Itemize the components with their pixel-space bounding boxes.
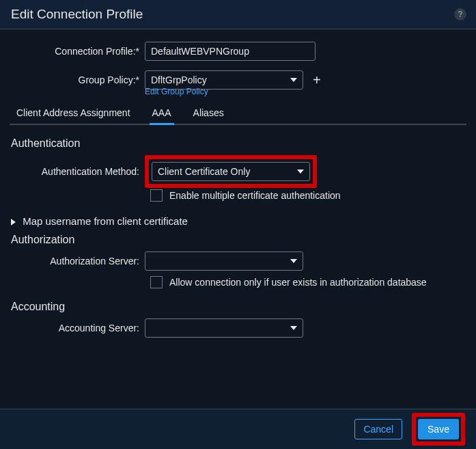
tab-client-address-assignment[interactable]: Client Address Assignment bbox=[16, 103, 130, 124]
tab-aliases[interactable]: Aliases bbox=[193, 103, 224, 124]
connection-profile-input[interactable] bbox=[145, 42, 316, 61]
auth-method-value: Client Certificate Only bbox=[158, 166, 250, 177]
cancel-button[interactable]: Cancel bbox=[354, 419, 402, 439]
label-accounting-server: Accounting Server: bbox=[10, 323, 145, 334]
accounting-server-select[interactable] bbox=[145, 318, 303, 338]
authentication-title: Authentication bbox=[11, 137, 466, 150]
chevron-down-icon bbox=[290, 326, 297, 330]
row-accounting-server: Accounting Server: bbox=[10, 318, 466, 338]
label-auth-method: Authentication Method: bbox=[10, 166, 145, 177]
row-connection-profile: Connection Profile:* bbox=[10, 42, 466, 61]
allow-only-if-exists-checkbox[interactable] bbox=[150, 276, 163, 288]
save-button[interactable]: Save bbox=[418, 419, 459, 439]
map-username-toggle[interactable]: Map username from client certificate bbox=[11, 215, 466, 227]
dialog-footer: Cancel Save bbox=[0, 409, 476, 449]
label-connection-profile: Connection Profile:* bbox=[10, 46, 145, 57]
help-icon[interactable]: ? bbox=[454, 8, 466, 21]
authorization-server-select[interactable] bbox=[145, 251, 303, 271]
map-username-label: Map username from client certificate bbox=[23, 215, 188, 227]
dialog-body: Connection Profile:* Group Policy:* Dflt… bbox=[0, 29, 476, 338]
tab-aaa[interactable]: AAA bbox=[152, 103, 171, 124]
chevron-down-icon bbox=[297, 169, 304, 174]
label-group-policy: Group Policy:* bbox=[10, 74, 145, 85]
chevron-down-icon bbox=[290, 259, 297, 263]
auth-method-select[interactable]: Client Certificate Only bbox=[152, 162, 310, 181]
edit-group-policy-link[interactable]: Edit Group Policy bbox=[145, 87, 466, 96]
save-button-highlight: Save bbox=[412, 413, 465, 446]
row-auth-method: Authentication Method: Client Certificat… bbox=[10, 155, 466, 188]
tab-bar: Client Address Assignment AAA Aliases bbox=[10, 103, 466, 125]
authorization-title: Authorization bbox=[11, 234, 466, 246]
label-authorization-server: Authorization Server: bbox=[10, 256, 145, 267]
row-enable-multi-cert: Enable multiple certificate authenticati… bbox=[150, 189, 466, 202]
enable-multi-cert-label: Enable multiple certificate authenticati… bbox=[169, 190, 341, 201]
chevron-right-icon bbox=[11, 219, 16, 226]
dialog-title: Edit Connection Profile bbox=[11, 7, 143, 22]
allow-only-if-exists-label: Allow connection only if user exists in … bbox=[169, 277, 427, 288]
add-group-policy-button[interactable]: + bbox=[313, 73, 321, 87]
auth-method-highlight: Client Certificate Only bbox=[145, 155, 317, 188]
enable-multi-cert-checkbox[interactable] bbox=[150, 189, 163, 202]
row-authorization-server: Authorization Server: bbox=[10, 251, 466, 271]
accounting-title: Accounting bbox=[11, 301, 466, 313]
group-policy-value: DfltGrpPolicy bbox=[151, 74, 207, 85]
chevron-down-icon bbox=[290, 78, 297, 82]
row-allow-only-if-exists: Allow connection only if user exists in … bbox=[150, 276, 466, 288]
dialog-header: Edit Connection Profile ? bbox=[0, 0, 476, 29]
